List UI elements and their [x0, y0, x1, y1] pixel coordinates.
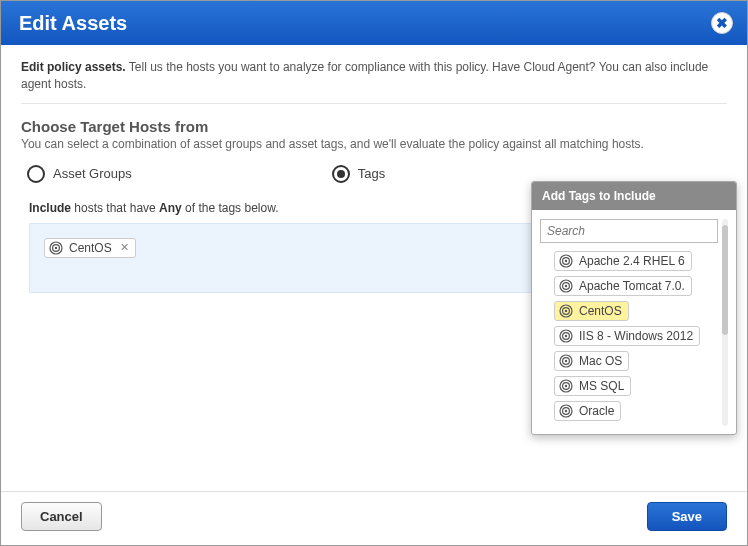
dialog-title: Edit Assets — [19, 12, 127, 35]
include-mid: hosts that have — [71, 201, 159, 215]
tag-chip-centos[interactable]: CentOS ✕ — [44, 238, 136, 258]
svg-point-2 — [55, 246, 57, 248]
intro-text: Edit policy assets. Tell us the hosts yo… — [21, 59, 727, 104]
cancel-button[interactable]: Cancel — [21, 502, 102, 531]
target-radio-group: Asset Groups Tags — [21, 165, 727, 183]
radio-icon — [27, 165, 45, 183]
svg-point-20 — [565, 385, 567, 387]
tag-option-label: IIS 8 - Windows 2012 — [579, 329, 693, 343]
tag-option-label: Oracle — [579, 404, 614, 418]
tag-option-label: Mac OS — [579, 354, 622, 368]
bullseye-icon — [559, 279, 573, 293]
svg-point-17 — [565, 360, 567, 362]
svg-point-14 — [565, 335, 567, 337]
bullseye-icon — [559, 379, 573, 393]
tag-option-label: CentOS — [579, 304, 622, 318]
intro-lead: Edit policy assets. — [21, 60, 126, 74]
radio-tags[interactable]: Tags — [332, 165, 385, 183]
tag-option-label: Apache Tomcat 7.0. — [579, 279, 685, 293]
scrollbar-thumb[interactable] — [722, 225, 728, 335]
remove-tag-icon[interactable]: ✕ — [120, 241, 129, 254]
bullseye-icon — [559, 354, 573, 368]
tag-option[interactable]: Oracle — [554, 401, 621, 421]
svg-point-8 — [565, 285, 567, 287]
close-button[interactable]: ✖ — [711, 12, 733, 34]
svg-point-5 — [565, 260, 567, 262]
radio-asset-groups-label: Asset Groups — [53, 166, 132, 181]
tag-option-label: Apache 2.4 RHEL 6 — [579, 254, 685, 268]
save-button[interactable]: Save — [647, 502, 727, 531]
bullseye-icon — [49, 241, 63, 255]
popover-title: Add Tags to Include — [532, 182, 736, 210]
radio-asset-groups[interactable]: Asset Groups — [27, 165, 132, 183]
include-suffix: of the tags below. — [182, 201, 279, 215]
bullseye-icon — [559, 304, 573, 318]
include-text: Include hosts that have Any of the tags … — [29, 201, 278, 215]
bullseye-icon — [559, 329, 573, 343]
tag-option[interactable]: CentOS — [554, 301, 629, 321]
radio-tags-label: Tags — [358, 166, 385, 181]
tag-option[interactable]: IIS 8 - Windows 2012 — [554, 326, 700, 346]
tag-option[interactable]: Mac OS — [554, 351, 629, 371]
tag-option-label: MS SQL — [579, 379, 624, 393]
tag-chip-label: CentOS — [69, 241, 112, 255]
tag-option[interactable]: Apache Tomcat 7.0. — [554, 276, 692, 296]
tag-option[interactable]: Apache 2.4 RHEL 6 — [554, 251, 692, 271]
close-icon: ✖ — [716, 15, 728, 31]
dialog-titlebar: Edit Assets ✖ — [1, 1, 747, 45]
bullseye-icon — [559, 404, 573, 418]
svg-point-23 — [565, 410, 567, 412]
bullseye-icon — [559, 254, 573, 268]
tag-option-list: Apache 2.4 RHEL 6Apache Tomcat 7.0.CentO… — [540, 251, 718, 421]
include-any: Any — [159, 201, 182, 215]
popover-scrollbar[interactable] — [722, 219, 728, 426]
include-prefix: Include — [29, 201, 71, 215]
radio-icon — [332, 165, 350, 183]
section-title: Choose Target Hosts from — [21, 118, 727, 135]
section-subtitle: You can select a combination of asset gr… — [21, 137, 727, 151]
svg-point-11 — [565, 310, 567, 312]
tag-search-input[interactable] — [540, 219, 718, 243]
add-tags-popover: Add Tags to Include Apache 2.4 RHEL 6Apa… — [531, 181, 737, 435]
dialog-footer: Cancel Save — [1, 491, 747, 545]
tag-option[interactable]: MS SQL — [554, 376, 631, 396]
